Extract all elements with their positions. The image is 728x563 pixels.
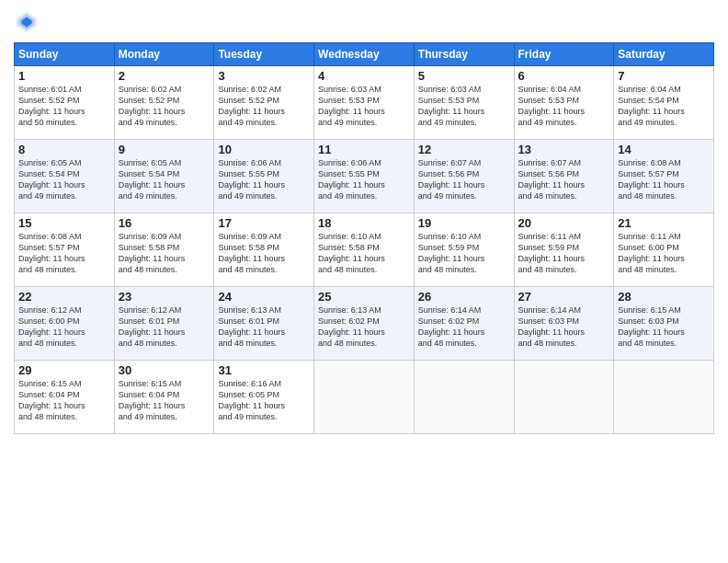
calendar-cell: 14Sunrise: 6:08 AM Sunset: 5:57 PM Dayli… xyxy=(614,140,714,213)
day-number: 17 xyxy=(218,216,310,230)
day-number: 9 xyxy=(119,143,210,156)
day-number: 22 xyxy=(18,290,110,304)
day-number: 29 xyxy=(18,363,110,377)
col-header-saturday: Saturday xyxy=(614,43,714,66)
day-info: Sunrise: 6:13 AM Sunset: 6:01 PM Dayligh… xyxy=(218,304,310,350)
day-number: 25 xyxy=(318,290,410,304)
calendar-cell: 23Sunrise: 6:12 AM Sunset: 6:01 PM Dayli… xyxy=(114,287,214,361)
day-number: 23 xyxy=(119,290,210,304)
calendar-cell: 2Sunrise: 6:02 AM Sunset: 5:52 PM Daylig… xyxy=(114,66,214,140)
day-info: Sunrise: 6:09 AM Sunset: 5:58 PM Dayligh… xyxy=(218,231,310,276)
day-number: 30 xyxy=(119,363,210,377)
day-number: 5 xyxy=(418,69,510,83)
calendar-cell xyxy=(314,361,415,434)
day-info: Sunrise: 6:02 AM Sunset: 5:52 PM Dayligh… xyxy=(218,84,310,129)
day-number: 15 xyxy=(18,216,110,230)
day-info: Sunrise: 6:06 AM Sunset: 5:55 PM Dayligh… xyxy=(218,157,310,202)
day-info: Sunrise: 6:15 AM Sunset: 6:03 PM Dayligh… xyxy=(618,304,710,350)
calendar-cell xyxy=(614,361,714,434)
calendar-cell: 19Sunrise: 6:10 AM Sunset: 5:59 PM Dayli… xyxy=(414,213,514,287)
day-number: 31 xyxy=(218,363,310,377)
calendar-cell: 24Sunrise: 6:13 AM Sunset: 6:01 PM Dayli… xyxy=(214,287,314,361)
day-info: Sunrise: 6:03 AM Sunset: 5:53 PM Dayligh… xyxy=(418,84,510,129)
col-header-sunday: Sunday xyxy=(15,43,115,66)
calendar-cell: 13Sunrise: 6:07 AM Sunset: 5:56 PM Dayli… xyxy=(514,140,614,213)
week-row-1: 1Sunrise: 6:01 AM Sunset: 5:52 PM Daylig… xyxy=(15,66,714,140)
day-number: 4 xyxy=(318,69,410,83)
calendar-cell: 9Sunrise: 6:05 AM Sunset: 5:54 PM Daylig… xyxy=(114,140,214,213)
day-info: Sunrise: 6:05 AM Sunset: 5:54 PM Dayligh… xyxy=(18,157,110,202)
day-number: 11 xyxy=(318,143,410,156)
calendar-cell: 28Sunrise: 6:15 AM Sunset: 6:03 PM Dayli… xyxy=(614,287,714,361)
col-header-friday: Friday xyxy=(514,43,614,66)
day-number: 27 xyxy=(518,290,610,304)
col-header-monday: Monday xyxy=(114,43,214,66)
day-number: 26 xyxy=(418,290,510,304)
day-info: Sunrise: 6:15 AM Sunset: 6:04 PM Dayligh… xyxy=(18,378,110,423)
day-number: 20 xyxy=(518,216,610,230)
day-info: Sunrise: 6:05 AM Sunset: 5:54 PM Dayligh… xyxy=(119,157,210,202)
day-number: 3 xyxy=(218,69,310,83)
calendar-cell: 4Sunrise: 6:03 AM Sunset: 5:53 PM Daylig… xyxy=(314,66,415,140)
calendar-cell: 7Sunrise: 6:04 AM Sunset: 5:54 PM Daylig… xyxy=(614,66,714,140)
day-number: 19 xyxy=(418,216,510,230)
calendar-cell: 31Sunrise: 6:16 AM Sunset: 6:05 PM Dayli… xyxy=(214,361,314,434)
day-info: Sunrise: 6:01 AM Sunset: 5:52 PM Dayligh… xyxy=(18,84,110,129)
day-number: 21 xyxy=(618,216,710,230)
day-info: Sunrise: 6:14 AM Sunset: 6:02 PM Dayligh… xyxy=(418,304,510,350)
day-info: Sunrise: 6:11 AM Sunset: 6:00 PM Dayligh… xyxy=(618,231,710,276)
day-number: 10 xyxy=(218,143,310,156)
calendar-cell: 26Sunrise: 6:14 AM Sunset: 6:02 PM Dayli… xyxy=(414,287,514,361)
day-info: Sunrise: 6:11 AM Sunset: 5:59 PM Dayligh… xyxy=(518,231,610,276)
calendar-container: SundayMondayTuesdayWednesdayThursdayFrid… xyxy=(0,0,728,443)
day-number: 14 xyxy=(618,143,710,156)
calendar-cell: 25Sunrise: 6:13 AM Sunset: 6:02 PM Dayli… xyxy=(314,287,415,361)
day-number: 7 xyxy=(618,69,710,83)
calendar-cell: 10Sunrise: 6:06 AM Sunset: 5:55 PM Dayli… xyxy=(214,140,314,213)
day-number: 13 xyxy=(518,143,610,156)
day-number: 1 xyxy=(18,69,110,83)
day-info: Sunrise: 6:08 AM Sunset: 5:57 PM Dayligh… xyxy=(618,157,710,202)
calendar-cell xyxy=(514,361,614,434)
day-info: Sunrise: 6:03 AM Sunset: 5:53 PM Dayligh… xyxy=(318,84,410,129)
calendar-cell: 27Sunrise: 6:14 AM Sunset: 6:03 PM Dayli… xyxy=(514,287,614,361)
day-number: 18 xyxy=(318,216,410,230)
calendar-cell: 22Sunrise: 6:12 AM Sunset: 6:00 PM Dayli… xyxy=(15,287,115,361)
day-info: Sunrise: 6:07 AM Sunset: 5:56 PM Dayligh… xyxy=(418,157,510,202)
calendar-cell: 12Sunrise: 6:07 AM Sunset: 5:56 PM Dayli… xyxy=(414,140,514,213)
day-info: Sunrise: 6:04 AM Sunset: 5:53 PM Dayligh… xyxy=(518,84,610,129)
week-row-4: 22Sunrise: 6:12 AM Sunset: 6:00 PM Dayli… xyxy=(15,287,714,361)
calendar-cell: 18Sunrise: 6:10 AM Sunset: 5:58 PM Dayli… xyxy=(314,213,415,287)
day-number: 16 xyxy=(119,216,210,230)
calendar-cell: 16Sunrise: 6:09 AM Sunset: 5:58 PM Dayli… xyxy=(114,213,214,287)
calendar-cell: 29Sunrise: 6:15 AM Sunset: 6:04 PM Dayli… xyxy=(15,361,115,434)
week-row-2: 8Sunrise: 6:05 AM Sunset: 5:54 PM Daylig… xyxy=(15,140,714,213)
calendar-body: 1Sunrise: 6:01 AM Sunset: 5:52 PM Daylig… xyxy=(15,66,714,434)
day-info: Sunrise: 6:02 AM Sunset: 5:52 PM Dayligh… xyxy=(119,84,210,129)
calendar-cell xyxy=(414,361,514,434)
day-info: Sunrise: 6:12 AM Sunset: 6:00 PM Dayligh… xyxy=(18,304,110,350)
day-info: Sunrise: 6:04 AM Sunset: 5:54 PM Dayligh… xyxy=(618,84,710,129)
day-info: Sunrise: 6:15 AM Sunset: 6:04 PM Dayligh… xyxy=(119,378,210,423)
day-info: Sunrise: 6:09 AM Sunset: 5:58 PM Dayligh… xyxy=(119,231,210,276)
header xyxy=(14,9,714,35)
calendar-table: SundayMondayTuesdayWednesdayThursdayFrid… xyxy=(14,42,714,434)
day-number: 8 xyxy=(18,143,110,156)
day-of-week-row: SundayMondayTuesdayWednesdayThursdayFrid… xyxy=(15,43,714,66)
day-info: Sunrise: 6:12 AM Sunset: 6:01 PM Dayligh… xyxy=(119,304,210,350)
day-info: Sunrise: 6:14 AM Sunset: 6:03 PM Dayligh… xyxy=(518,304,610,350)
calendar-cell: 20Sunrise: 6:11 AM Sunset: 5:59 PM Dayli… xyxy=(514,213,614,287)
day-info: Sunrise: 6:13 AM Sunset: 6:02 PM Dayligh… xyxy=(318,304,410,350)
calendar-cell: 6Sunrise: 6:04 AM Sunset: 5:53 PM Daylig… xyxy=(514,66,614,140)
calendar-cell: 3Sunrise: 6:02 AM Sunset: 5:52 PM Daylig… xyxy=(214,66,314,140)
logo xyxy=(14,9,43,35)
calendar-cell: 11Sunrise: 6:06 AM Sunset: 5:55 PM Dayli… xyxy=(314,140,415,213)
calendar-cell: 21Sunrise: 6:11 AM Sunset: 6:00 PM Dayli… xyxy=(614,213,714,287)
day-info: Sunrise: 6:06 AM Sunset: 5:55 PM Dayligh… xyxy=(318,157,410,202)
col-header-wednesday: Wednesday xyxy=(314,43,415,66)
day-info: Sunrise: 6:10 AM Sunset: 5:59 PM Dayligh… xyxy=(418,231,510,276)
logo-icon xyxy=(14,9,40,35)
day-number: 28 xyxy=(618,290,710,304)
day-number: 24 xyxy=(218,290,310,304)
week-row-3: 15Sunrise: 6:08 AM Sunset: 5:57 PM Dayli… xyxy=(15,213,714,287)
